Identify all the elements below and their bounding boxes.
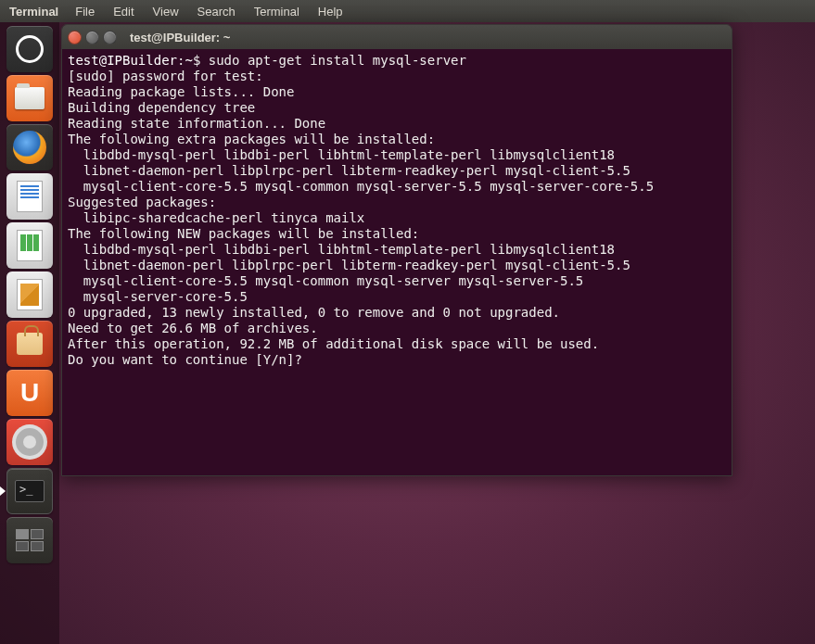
unity-launcher: U bbox=[0, 22, 59, 644]
term-line: libnet-daemon-perl libplrpc-perl libterm… bbox=[68, 163, 630, 178]
firefox-icon bbox=[13, 131, 46, 164]
term-line: Need to get 26.6 MB of archives. bbox=[68, 321, 318, 335]
launcher-calc-icon[interactable] bbox=[6, 222, 53, 269]
term-line: Do you want to continue [Y/n]? bbox=[68, 352, 302, 367]
term-line: libdbd-mysql-perl libdbi-perl libhtml-te… bbox=[68, 242, 615, 257]
prompt-path: ~ bbox=[185, 53, 192, 68]
menu-file[interactable]: File bbox=[66, 5, 104, 19]
launcher-firefox-icon[interactable] bbox=[6, 124, 53, 170]
term-line: libdbd-mysql-perl libdbi-perl libhtml-te… bbox=[68, 147, 615, 162]
term-line: mysql-client-core-5.5 mysql-common mysql… bbox=[68, 179, 654, 194]
ubuntu-one-glyph-icon: U bbox=[20, 378, 39, 408]
prompt-user-host: test@IPBuilder bbox=[68, 53, 177, 68]
term-line: Suggested packages: bbox=[68, 195, 216, 209]
term-line: mysql-client-core-5.5 mysql-common mysql… bbox=[68, 273, 583, 288]
workspace-grid-icon bbox=[16, 529, 44, 551]
launcher-writer-icon[interactable] bbox=[6, 173, 53, 220]
calc-doc-icon bbox=[17, 230, 43, 261]
active-app-indicator-icon bbox=[0, 486, 6, 496]
term-line: After this operation, 92.2 MB of additio… bbox=[68, 336, 599, 351]
window-minimize-button[interactable] bbox=[85, 31, 99, 44]
menu-view[interactable]: View bbox=[144, 5, 188, 19]
terminal-window: test@IPBuilder: ~ test@IPBuilder:~$ sudo… bbox=[61, 24, 732, 476]
term-line: 0 upgraded, 13 newly installed, 0 to rem… bbox=[68, 305, 560, 320]
term-line: libnet-daemon-perl libplrpc-perl libterm… bbox=[68, 258, 630, 272]
prompt-suffix: $ bbox=[193, 53, 200, 68]
terminal-icon bbox=[15, 480, 45, 502]
menu-terminal[interactable]: Terminal bbox=[245, 5, 309, 19]
launcher-files-icon[interactable] bbox=[6, 75, 53, 121]
menubar-app-name: Terminal bbox=[2, 5, 66, 19]
launcher-terminal-icon[interactable] bbox=[6, 468, 53, 514]
launcher-workspace-switcher-icon[interactable] bbox=[6, 517, 53, 563]
launcher-dash-icon[interactable] bbox=[6, 26, 53, 72]
menu-help[interactable]: Help bbox=[309, 5, 352, 19]
term-line: mysql-server-core-5.5 bbox=[68, 289, 248, 304]
menu-edit[interactable]: Edit bbox=[104, 5, 143, 19]
gear-icon bbox=[16, 428, 44, 456]
term-line: libipc-sharedcache-perl tinyca mailx bbox=[68, 210, 364, 225]
launcher-impress-icon[interactable] bbox=[6, 271, 53, 318]
term-line: The following NEW packages will be insta… bbox=[68, 226, 419, 241]
launcher-ubuntu-one-icon[interactable]: U bbox=[6, 370, 53, 416]
global-menubar: Terminal File Edit View Search Terminal … bbox=[0, 0, 815, 22]
menu-search[interactable]: Search bbox=[188, 5, 245, 19]
terminal-output[interactable]: test@IPBuilder:~$ sudo apt-get install m… bbox=[62, 49, 732, 475]
term-line: Reading package lists... Done bbox=[68, 84, 294, 99]
ubuntu-logo-icon bbox=[16, 35, 44, 63]
writer-doc-icon bbox=[17, 181, 43, 212]
shopping-bag-icon bbox=[17, 333, 43, 355]
impress-doc-icon bbox=[17, 279, 43, 310]
term-line: Reading state information... Done bbox=[68, 116, 325, 131]
window-maximize-button[interactable] bbox=[103, 31, 117, 44]
launcher-software-center-icon[interactable] bbox=[6, 321, 53, 367]
command-text: sudo apt-get install mysql-server bbox=[209, 53, 466, 68]
terminal-titlebar[interactable]: test@IPBuilder: ~ bbox=[62, 25, 732, 49]
window-close-button[interactable] bbox=[68, 31, 82, 44]
launcher-settings-icon[interactable] bbox=[6, 419, 53, 465]
term-line: The following extra packages will be ins… bbox=[68, 132, 435, 146]
terminal-window-title: test@IPBuilder: ~ bbox=[130, 31, 230, 44]
term-line: [sudo] password for test: bbox=[68, 69, 263, 83]
term-line: Building dependency tree bbox=[68, 100, 255, 115]
folder-icon bbox=[15, 87, 45, 109]
